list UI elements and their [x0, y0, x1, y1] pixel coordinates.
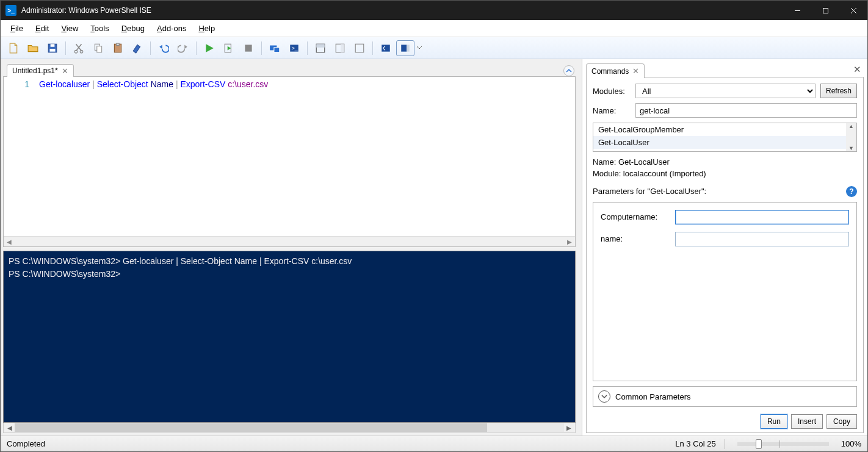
code-area[interactable]: Get-localuser | Select-Object Name | Exp… [35, 77, 575, 236]
svg-rect-23 [355, 44, 364, 52]
save-icon[interactable] [43, 40, 62, 56]
chevron-down-icon [598, 390, 610, 403]
new-file-icon[interactable] [4, 40, 23, 56]
svg-rect-25 [401, 45, 407, 51]
param-label: Computername: [601, 212, 669, 221]
console-prompt[interactable]: PS C:\WINDOWS\system32> [9, 268, 570, 281]
close-button[interactable] [839, 1, 867, 20]
copy-icon[interactable] [89, 40, 107, 56]
undo-icon[interactable] [154, 40, 173, 56]
app-icon: >_ [5, 5, 16, 16]
command-name-label: Name: Get-LocalUser [593, 157, 857, 168]
menu-view[interactable]: View [55, 21, 84, 35]
console-horizontal-scrollbar[interactable]: ◀ ▶ [3, 423, 576, 433]
list-scrollbar[interactable]: ▲▼ [846, 123, 856, 151]
parameters-heading: Parameters for "Get-LocalUser": [593, 187, 706, 196]
left-pane: Untitled1.ps1* ✕ 1 Get-localuser | Selec… [1, 59, 578, 436]
list-item[interactable]: Get-LocalUser [593, 136, 856, 149]
show-command-icon[interactable] [377, 40, 395, 56]
svg-text:>_: >_ [292, 45, 298, 51]
name-filter-label: Name: [593, 106, 631, 115]
modules-row: Modules: All Refresh [593, 84, 857, 98]
zoom-slider[interactable] [737, 442, 829, 446]
svg-rect-26 [407, 45, 410, 51]
toolbar-overflow-icon[interactable] [416, 40, 423, 56]
cursor-position: Ln 3 Col 25 [675, 439, 716, 448]
stop-icon[interactable] [239, 40, 258, 56]
menu-help[interactable]: Help [192, 21, 221, 35]
maximize-button[interactable] [811, 1, 839, 20]
cut-icon[interactable] [70, 40, 88, 56]
show-command-addon-icon[interactable] [396, 40, 414, 56]
param-row: Computername: [601, 210, 849, 224]
collapse-script-pane-icon[interactable] [563, 65, 574, 76]
editor-tab[interactable]: Untitled1.ps1* ✕ [7, 64, 74, 77]
scroll-left-icon[interactable]: ◀ [5, 239, 13, 245]
close-icon[interactable]: ✕ [632, 66, 639, 76]
param-row: name: [601, 232, 849, 246]
remote-icon[interactable] [266, 40, 284, 56]
menu-debug[interactable]: Debug [115, 21, 151, 35]
zoom-slider-thumb[interactable] [756, 439, 762, 449]
scroll-left-icon[interactable]: ◀ [5, 425, 15, 431]
menu-file[interactable]: File [4, 21, 29, 35]
toolbar: >_ [1, 37, 867, 59]
svg-rect-22 [341, 44, 344, 52]
window-controls [783, 1, 867, 20]
run-button[interactable]: Run [761, 414, 787, 429]
main-area: Untitled1.ps1* ✕ 1 Get-localuser | Selec… [1, 59, 867, 436]
clear-icon[interactable] [128, 40, 146, 56]
open-file-icon[interactable] [24, 40, 42, 56]
param-computername-input[interactable] [675, 210, 849, 224]
paste-icon[interactable] [109, 40, 127, 56]
common-parameters-toggle[interactable]: Common Parameters [593, 386, 857, 407]
run-icon[interactable] [200, 40, 219, 56]
svg-rect-24 [382, 45, 390, 51]
command-info: Name: Get-LocalUser Module: localaccount… [593, 157, 857, 180]
svg-rect-16 [274, 47, 280, 52]
modules-label: Modules: [593, 87, 631, 96]
menubar: File Edit View Tools Debug Add-ons Help [1, 20, 867, 37]
refresh-button[interactable]: Refresh [820, 84, 857, 98]
scrollbar-thumb[interactable] [15, 423, 487, 432]
script-editor[interactable]: 1 Get-localuser | Select-Object Name | E… [3, 76, 576, 247]
insert-button[interactable]: Insert [791, 414, 823, 429]
param-label: name: [601, 234, 669, 243]
param-name-input[interactable] [675, 232, 849, 246]
menu-tools[interactable]: Tools [84, 21, 115, 35]
layout-script-right-icon[interactable] [331, 40, 349, 56]
run-selection-icon[interactable] [220, 40, 238, 56]
action-buttons: Run Insert Copy [593, 412, 857, 429]
svg-rect-20 [316, 44, 325, 48]
close-icon[interactable]: ✕ [62, 67, 68, 75]
editor-tabstrip: Untitled1.ps1* ✕ [3, 62, 576, 76]
close-pane-icon[interactable]: ✕ [850, 62, 864, 77]
menu-addons[interactable]: Add-ons [151, 21, 192, 35]
console-line: PS C:\WINDOWS\system32> Get-localuser | … [9, 255, 570, 268]
modules-select[interactable]: All [635, 84, 816, 98]
commands-pane: Commands ✕ ✕ Modules: All Refresh Name: … [582, 59, 867, 436]
zoom-percent: 100% [841, 439, 861, 448]
layout-script-top-icon[interactable] [311, 40, 330, 56]
line-number-gutter: 1 [4, 77, 35, 236]
scroll-right-icon[interactable]: ▶ [565, 239, 574, 245]
window-title: Administrator: Windows PowerShell ISE [21, 6, 783, 15]
svg-rect-5 [51, 44, 55, 47]
console-pane[interactable]: PS C:\WINDOWS\system32> Get-localuser | … [3, 251, 576, 423]
common-parameters-label: Common Parameters [615, 392, 691, 401]
svg-rect-1 [823, 8, 828, 13]
menu-edit[interactable]: Edit [29, 21, 55, 35]
commands-body: Modules: All Refresh Name: Get-LocalGrou… [586, 77, 864, 433]
name-filter-input[interactable] [635, 103, 857, 118]
scroll-right-icon[interactable]: ▶ [564, 425, 574, 431]
command-results-list[interactable]: Get-LocalGroupMember Get-LocalUser ▲▼ [593, 123, 857, 152]
help-icon[interactable]: ? [846, 186, 857, 197]
minimize-button[interactable] [783, 1, 811, 20]
commands-tab[interactable]: Commands ✕ [586, 63, 645, 78]
list-item[interactable]: Get-LocalGroupMember [593, 123, 856, 136]
copy-button[interactable]: Copy [826, 414, 857, 429]
redo-icon[interactable] [174, 40, 192, 56]
powershell-tab-icon[interactable]: >_ [285, 40, 303, 56]
layout-maximized-icon[interactable] [350, 40, 369, 56]
editor-horizontal-scrollbar[interactable]: ◀ ▶ [4, 236, 575, 246]
